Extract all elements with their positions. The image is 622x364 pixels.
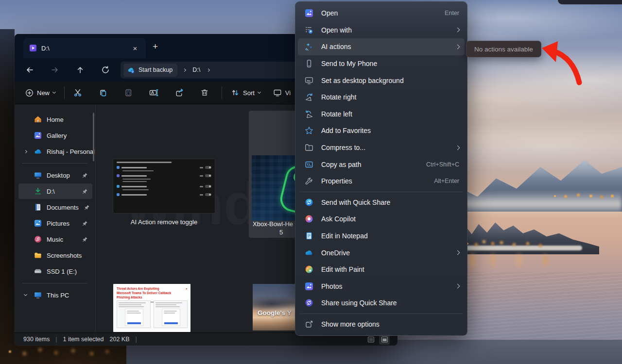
pin-icon — [82, 188, 88, 195]
menu-item-label: Share using Quick Share — [321, 299, 459, 307]
new-button[interactable]: New — [21, 84, 59, 101]
expand-chevron-icon[interactable] — [24, 149, 27, 153]
close-tab-icon[interactable]: × — [129, 42, 141, 54]
breadcrumb-chevron-icon — [183, 68, 186, 71]
menu-item-compress-to[interactable]: Compress to... — [298, 139, 465, 156]
menu-item-label: Open with — [321, 26, 449, 34]
sidebar-scrollbar[interactable] — [93, 113, 94, 161]
sidebar-item-ssd[interactable]: SSD 1 (E:) — [18, 264, 92, 279]
view-button[interactable]: Vi — [269, 84, 294, 101]
rename-icon — [149, 88, 158, 97]
menu-item-label: Photos — [321, 282, 449, 290]
menu-item-send-quick-share[interactable]: Send with Quick Share — [298, 194, 465, 211]
copy-icon — [99, 88, 107, 97]
wallpaper-fog — [452, 190, 622, 215]
cut-button[interactable] — [69, 84, 86, 101]
sidebar-item-documents[interactable]: Documents — [18, 199, 92, 215]
context-menu: Open Enter Open with AI actions Send to … — [295, 1, 467, 336]
menu-item-send-to-my-phone[interactable]: Send to My Phone — [298, 55, 465, 72]
sidebar-item-label: SSD 1 (E:) — [47, 268, 92, 275]
menu-item-set-desktop-background[interactable]: Set as desktop background — [298, 72, 465, 89]
details-view-toggle[interactable] — [365, 334, 376, 345]
menu-item-rotate-left[interactable]: Rotate left — [298, 106, 465, 123]
wallpaper-left-shadow — [0, 29, 15, 345]
menu-item-properties[interactable]: Properties Alt+Enter — [298, 173, 465, 190]
onedrive-cloud-icon — [34, 148, 42, 156]
menu-item-photos[interactable]: Photos — [298, 278, 465, 295]
sidebar-item-onedrive[interactable]: Rishaj - Personal — [18, 144, 92, 159]
file-label[interactable]: AI Action remove toggle — [113, 218, 215, 226]
navigation-pane: Home Gallery Rishaj - Personal Desktop D… — [15, 104, 95, 332]
pane-divider — [95, 104, 96, 332]
sidebar-item-d-drive[interactable]: D:\ — [18, 183, 92, 199]
pin-icon — [82, 236, 88, 243]
sort-button-label: Sort — [243, 89, 255, 97]
menu-item-edit-with-paint[interactable]: Edit with Paint — [298, 261, 465, 278]
menu-item-open[interactable]: Open Enter — [298, 5, 465, 22]
submenu-chevron-icon — [455, 45, 460, 50]
photos-app-icon — [304, 281, 314, 291]
sidebar-item-gallery[interactable]: Gallery — [18, 128, 92, 143]
back-button[interactable] — [21, 62, 38, 78]
delete-button[interactable] — [196, 84, 213, 101]
menu-item-ai-actions[interactable]: AI actions — [298, 38, 465, 55]
menu-item-show-more-options[interactable]: Show more options — [298, 316, 465, 333]
paint-icon — [304, 265, 314, 274]
file-label[interactable]: Xbox-Bowl-He — [253, 220, 293, 228]
menu-item-rotate-right[interactable]: Rotate right — [298, 89, 465, 106]
sidebar-item-this-pc[interactable]: This PC — [18, 287, 92, 303]
sidebar-item-home[interactable]: Home — [18, 112, 92, 127]
sidebar-item-desktop[interactable]: Desktop — [18, 167, 92, 183]
sidebar-item-screenshots[interactable]: Screenshots — [18, 248, 92, 263]
music-icon — [34, 235, 42, 243]
sidebar-item-pictures[interactable]: Pictures — [18, 215, 92, 231]
view-icon — [273, 88, 282, 97]
quick-share-icon — [304, 198, 314, 207]
menu-item-label: Rotate left — [321, 110, 459, 118]
chevron-down-icon — [258, 90, 261, 94]
gallery-icon — [34, 132, 42, 139]
sidebar-item-music[interactable]: Music — [18, 232, 92, 247]
start-backup-button[interactable]: Start backup — [123, 64, 177, 77]
view-button-label: Vi — [285, 89, 291, 97]
file-thumbnail-document[interactable]: Threat Actors Are Exploiting Microsoft T… — [113, 284, 190, 332]
menu-item-add-to-favorites[interactable]: Add to Favorites — [298, 122, 465, 139]
paste-button[interactable] — [120, 84, 137, 101]
menu-item-open-with[interactable]: Open with — [298, 22, 465, 39]
menu-shortcut: Enter — [445, 10, 459, 17]
file-label-line2[interactable]: 5 — [279, 229, 283, 236]
folder-icon — [34, 251, 42, 259]
menu-item-edit-in-notepad[interactable]: Edit in Notepad — [298, 228, 465, 245]
tab-active[interactable]: D:\ × — [23, 38, 146, 58]
thumbnail-view-toggle[interactable] — [379, 334, 390, 345]
compress-icon — [304, 143, 314, 152]
rename-button[interactable] — [145, 84, 162, 101]
notepad-icon — [304, 231, 314, 241]
properties-wrench-icon — [304, 176, 314, 186]
share-button[interactable] — [171, 84, 188, 101]
sort-button[interactable]: Sort — [227, 84, 264, 101]
menu-item-ask-copilot[interactable]: Ask Copilot — [298, 211, 465, 228]
onedrive-icon — [304, 248, 314, 258]
new-tab-button[interactable]: + — [153, 42, 158, 51]
chevron-down-icon — [52, 90, 56, 94]
collapse-chevron-icon[interactable] — [24, 293, 27, 296]
selection-size: 202 KB — [110, 336, 130, 343]
refresh-button[interactable] — [97, 62, 114, 78]
up-button[interactable] — [72, 62, 88, 78]
items-count: 930 items — [23, 336, 50, 343]
menu-item-share-quick-share[interactable]: Share using Quick Share — [298, 295, 465, 312]
copy-button[interactable] — [95, 84, 111, 101]
wallpaper-light-reflections — [461, 251, 606, 281]
cut-icon — [73, 88, 82, 97]
desktop: D:\ × + Start backup — [0, 0, 622, 364]
file-thumbnail-ai-action[interactable] — [113, 159, 215, 214]
rotate-left-icon — [304, 109, 314, 119]
breadcrumb-drive[interactable]: D:\ — [192, 66, 200, 73]
menu-item-copy-as-path[interactable]: Copy as path Ctrl+Shift+C — [298, 156, 465, 173]
menu-item-onedrive[interactable]: OneDrive — [298, 244, 465, 261]
document-panel — [117, 300, 151, 328]
forward-button[interactable] — [47, 62, 63, 78]
photo-overlay-text: Google's Y — [258, 309, 292, 316]
pin-icon — [82, 172, 88, 179]
